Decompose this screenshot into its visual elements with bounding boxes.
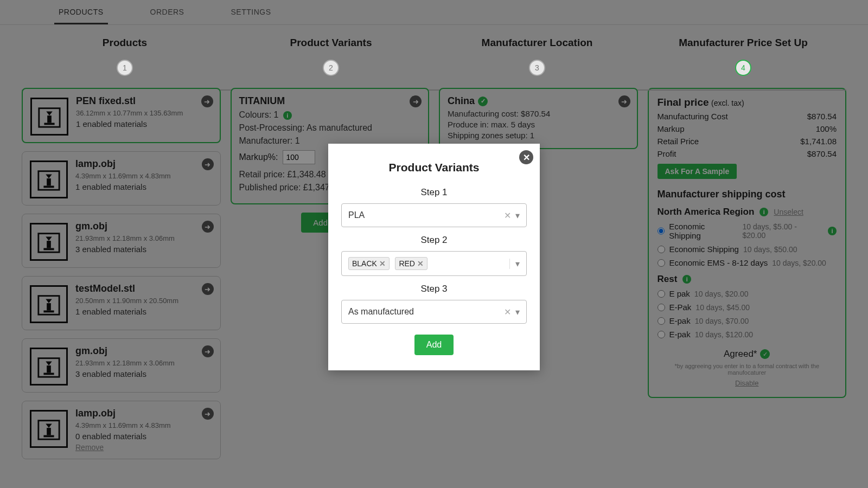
modal-step1-label: Step 1 — [341, 187, 527, 198]
step2-select[interactable]: BLACK ✕ RED ✕ ▾ — [341, 251, 527, 276]
modal-step3-label: Step 3 — [341, 284, 527, 294]
chevron-down-icon[interactable]: ▾ — [509, 259, 520, 269]
step-4-circle: 4 — [735, 60, 751, 76]
step1-value: PLA — [348, 210, 504, 220]
step-3-title: Manufacturer Location — [434, 37, 640, 49]
step-1-title: Products — [22, 37, 228, 49]
close-icon[interactable]: ✕ — [519, 150, 533, 164]
chevron-down-icon[interactable]: ▾ — [515, 210, 520, 221]
tag-black: BLACK ✕ — [348, 257, 390, 270]
step-2-title: Product Variants — [228, 37, 434, 49]
step-4-title: Manufacturer Price Set Up — [640, 37, 846, 49]
tag-red: RED ✕ — [395, 257, 427, 270]
modal-step2-label: Step 2 — [341, 235, 527, 246]
step-2-circle: 2 — [323, 60, 339, 76]
step-1-circle: 1 — [117, 60, 133, 76]
clear-icon[interactable]: ✕ — [504, 210, 511, 221]
step-3[interactable]: Manufacturer Location 3 — [434, 37, 640, 76]
modal-title: Product Variants — [341, 161, 527, 174]
product-variants-modal: ✕ Product Variants Step 1 PLA ✕ ▾ Step 2… — [328, 144, 540, 370]
step-3-circle: 3 — [529, 60, 545, 76]
step1-select[interactable]: PLA ✕ ▾ — [341, 203, 527, 227]
modal-add-button[interactable]: Add — [414, 335, 454, 355]
step-4[interactable]: Manufacturer Price Set Up 4 — [640, 37, 846, 76]
remove-tag-icon[interactable]: ✕ — [379, 259, 386, 268]
clear-icon[interactable]: ✕ — [504, 307, 511, 317]
remove-tag-icon[interactable]: ✕ — [417, 259, 424, 268]
step-2[interactable]: Product Variants 2 — [228, 37, 434, 76]
step-1[interactable]: Products 1 — [22, 37, 228, 76]
step3-value: As manufactured — [348, 307, 504, 317]
chevron-down-icon[interactable]: ▾ — [515, 307, 520, 317]
step3-select[interactable]: As manufactured ✕ ▾ — [341, 300, 527, 324]
